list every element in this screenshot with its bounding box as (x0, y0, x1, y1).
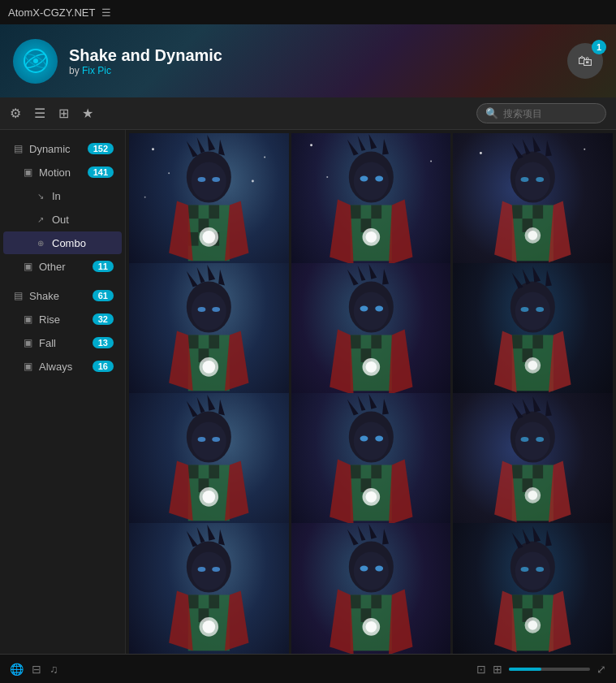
svg-point-134 (360, 436, 368, 442)
svg-point-149 (515, 421, 550, 460)
svg-rect-90 (371, 335, 381, 349)
out-icon: ↗ (34, 213, 47, 226)
grid-item[interactable] (291, 523, 451, 654)
sidebar-item-rise[interactable]: ▣ Rise 32 (3, 308, 122, 331)
always-label: Always (39, 361, 88, 373)
grid-item[interactable] (453, 523, 613, 654)
fall-icon: ▣ (21, 336, 34, 349)
svg-marker-5 (187, 141, 198, 158)
other-label: Other (39, 261, 88, 273)
panel-icon[interactable]: ⊟ (32, 663, 41, 676)
filter-icon[interactable]: ⚙ (10, 106, 21, 121)
svg-rect-37 (371, 205, 381, 219)
music-icon[interactable]: ♫ (50, 663, 58, 676)
svg-point-150 (521, 437, 529, 442)
svg-marker-180 (382, 529, 389, 545)
svg-point-21 (202, 231, 215, 244)
svg-marker-194 (523, 529, 531, 545)
svg-marker-92 (330, 330, 354, 396)
svg-marker-31 (382, 139, 389, 155)
fit-icon[interactable]: ⊞ (493, 663, 502, 676)
svg-marker-30 (368, 134, 377, 149)
grid-view-icon[interactable]: ⊞ (58, 106, 69, 121)
globe-icon[interactable]: 🌐 (10, 663, 24, 676)
sidebar-item-always[interactable]: ▣ Always 16 (3, 355, 122, 378)
svg-marker-6 (197, 137, 205, 153)
svg-point-62 (480, 152, 482, 154)
always-icon: ▣ (21, 360, 34, 373)
svg-point-44 (430, 160, 432, 162)
svg-marker-164 (218, 530, 225, 546)
motion-label: Motion (39, 166, 83, 179)
dynamic-icon: ▤ (11, 142, 24, 155)
fall-badge: 13 (93, 337, 114, 348)
svg-marker-99 (533, 266, 541, 283)
svg-point-143 (365, 491, 377, 503)
svg-point-11 (212, 177, 220, 182)
svg-point-165 (192, 551, 226, 590)
svg-point-79 (202, 361, 215, 374)
sidebar-item-dynamic[interactable]: ▤ Dynamic 152 (3, 137, 122, 160)
bottombar: 🌐 ⊟ ♫ ⊡ ⊞ ⤢ (0, 654, 616, 683)
app-subtitle: by Fix Pic (69, 65, 222, 76)
svg-marker-7 (207, 135, 215, 151)
sidebar-item-combo[interactable]: ⊕ Combo (3, 231, 122, 254)
author-link[interactable]: Fix Pic (82, 65, 111, 76)
toolbar: ⚙ ☰ ⊞ ★ 🔍 (0, 97, 616, 130)
svg-marker-65 (187, 271, 198, 287)
sidebar-item-fall[interactable]: ▣ Fall 13 (3, 331, 122, 354)
svg-rect-186 (371, 595, 381, 609)
svg-point-22 (152, 148, 154, 150)
svg-point-63 (584, 149, 586, 150)
svg-marker-163 (207, 525, 215, 541)
fullscreen-icon[interactable]: ⤢ (597, 663, 606, 676)
frame-icon[interactable]: ⊡ (476, 663, 486, 676)
svg-rect-14 (209, 205, 219, 218)
dynamic-badge: 152 (88, 143, 114, 154)
svg-point-135 (375, 436, 383, 442)
svg-rect-106 (533, 335, 544, 349)
svg-point-51 (515, 162, 550, 200)
svg-marker-48 (523, 139, 531, 155)
svg-marker-97 (512, 273, 523, 289)
svg-marker-179 (368, 524, 377, 539)
svg-rect-121 (188, 465, 199, 478)
list-view-icon[interactable]: ☰ (34, 106, 45, 121)
svg-marker-114 (197, 397, 205, 413)
svg-point-191 (365, 621, 377, 633)
svg-point-111 (528, 361, 538, 370)
sidebar-item-in[interactable]: ↘ In (3, 184, 122, 207)
svg-marker-81 (347, 270, 358, 286)
sidebar-item-shake[interactable]: ▤ Shake 61 (3, 284, 122, 307)
fall-label: Fall (39, 337, 88, 349)
sidebar-item-out[interactable]: ↗ Out (3, 208, 122, 231)
sidebar-item-motion[interactable]: ▣ Motion 141 (3, 161, 122, 184)
grid-item[interactable] (129, 523, 289, 654)
search-input[interactable] (503, 108, 592, 119)
svg-point-26 (144, 197, 146, 198)
svg-marker-148 (545, 400, 552, 417)
svg-marker-130 (357, 396, 365, 411)
svg-rect-201 (512, 595, 523, 609)
sidebar-item-other[interactable]: ▣ Other 11 (3, 255, 122, 278)
svg-point-42 (365, 231, 377, 243)
svg-point-207 (528, 620, 538, 630)
svg-marker-161 (187, 531, 198, 547)
cart-button[interactable]: 🛍 1 (567, 43, 603, 79)
svg-point-25 (252, 180, 254, 183)
svg-point-175 (202, 620, 215, 633)
content-grid (126, 130, 616, 654)
svg-point-23 (264, 157, 265, 158)
svg-rect-73 (188, 335, 199, 348)
progress-bar[interactable] (509, 668, 590, 671)
svg-point-86 (360, 306, 368, 312)
combo-label: Combo (52, 237, 114, 249)
svg-point-52 (521, 177, 529, 182)
menu-icon[interactable]: ☰ (101, 6, 111, 19)
star-icon[interactable]: ★ (82, 106, 93, 121)
svg-point-103 (536, 307, 545, 312)
svg-rect-138 (371, 465, 381, 479)
svg-point-117 (192, 421, 226, 460)
svg-marker-129 (347, 400, 358, 416)
svg-point-166 (198, 567, 206, 572)
